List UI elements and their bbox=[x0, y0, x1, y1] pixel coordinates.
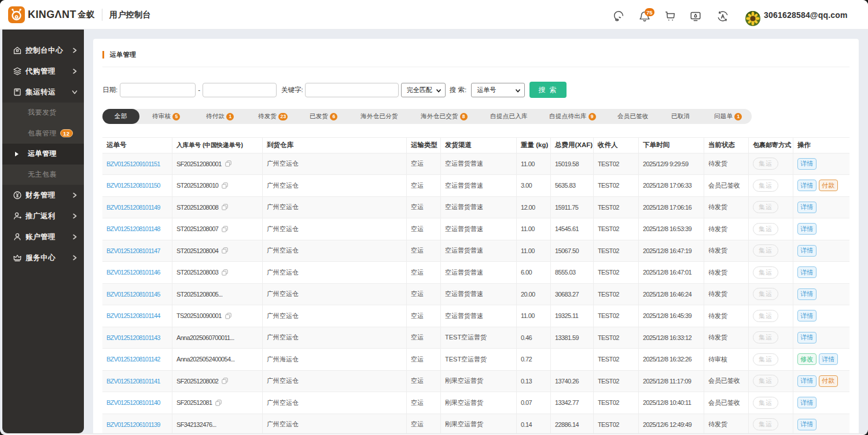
mail-method-button[interactable]: 集运 bbox=[753, 244, 778, 257]
channel-cell: 空运普货普速 bbox=[441, 218, 517, 240]
column-header-2: 到货仓库 bbox=[263, 138, 407, 153]
tab-7[interactable]: 自提点已入库 bbox=[490, 109, 528, 124]
copy-icon[interactable] bbox=[225, 313, 231, 319]
tab-9[interactable]: 会员已签收 bbox=[617, 109, 649, 124]
language-icon[interactable] bbox=[716, 10, 729, 23]
tab-11[interactable]: 问题单1 bbox=[714, 109, 742, 124]
detail-button[interactable]: 详情 bbox=[797, 202, 816, 213]
chevron-right-icon bbox=[72, 192, 78, 198]
mail-method-button[interactable]: 集运 bbox=[753, 288, 778, 300]
sidebar-subitem-1[interactable]: 包裹管理12 bbox=[2, 123, 84, 144]
detail-button[interactable]: 详情 bbox=[797, 397, 816, 408]
search-button[interactable]: 搜 索 bbox=[529, 82, 567, 98]
match-type-select[interactable]: 完全匹配 bbox=[401, 83, 446, 97]
tab-1[interactable]: 待审核5 bbox=[152, 109, 180, 124]
waybill-link[interactable]: BZV01251208101148 bbox=[106, 225, 160, 232]
copy-icon[interactable] bbox=[222, 269, 228, 276]
search-by-select[interactable]: 运单号 bbox=[471, 83, 525, 97]
mail-method-button[interactable]: 集运 bbox=[753, 331, 778, 343]
tab-10[interactable]: 已取消 bbox=[671, 109, 690, 124]
date-to-input[interactable] bbox=[203, 83, 277, 97]
copy-icon[interactable] bbox=[222, 182, 228, 189]
tab-0-active[interactable]: 全部 bbox=[102, 109, 139, 124]
sidebar-item-3[interactable]: 财务管理 bbox=[2, 185, 84, 206]
mail-method-button[interactable]: 集运 bbox=[753, 375, 778, 387]
copy-icon[interactable] bbox=[225, 160, 231, 167]
receiver-cell: TEST02 bbox=[594, 349, 639, 370]
sidebar-item-2[interactable]: 集运转运 bbox=[2, 82, 84, 103]
tab-4[interactable]: 已发货6 bbox=[310, 109, 337, 124]
user-email[interactable]: 3061628584@qq.com bbox=[764, 0, 848, 30]
tab-8[interactable]: 自提点待出库9 bbox=[549, 109, 596, 124]
waybill-link[interactable]: BZV01251208101144 bbox=[106, 312, 160, 319]
pay-button[interactable]: 付款 bbox=[819, 180, 838, 191]
mail-method-button[interactable]: 集运 bbox=[753, 353, 778, 365]
mail-method-button[interactable]: 集运 bbox=[753, 201, 778, 213]
mail-method-button[interactable]: 集运 bbox=[753, 397, 778, 409]
tab-5[interactable]: 海外仓已分货 bbox=[361, 109, 398, 124]
avatar[interactable] bbox=[745, 11, 760, 26]
mail-method-button[interactable]: 集运 bbox=[753, 158, 778, 170]
sidebar-subitem-2[interactable]: 运单管理 bbox=[2, 144, 84, 165]
waybill-link[interactable]: BZV01251208101149 bbox=[106, 204, 160, 211]
sidebar-item-label: 账户管理 bbox=[25, 232, 56, 242]
sidebar-subitem-0[interactable]: 我要发货 bbox=[2, 103, 84, 123]
status-cell: 待发货 bbox=[704, 414, 749, 435]
detail-button[interactable]: 详情 bbox=[819, 353, 838, 365]
status-cell: 待发货 bbox=[704, 153, 749, 175]
transfer-icon bbox=[13, 87, 22, 97]
detail-button[interactable]: 详情 bbox=[797, 332, 816, 343]
sidebar-item-1[interactable]: 代购管理 bbox=[2, 61, 84, 82]
edit-button[interactable]: 修改 bbox=[797, 353, 816, 365]
chevron-right-icon bbox=[72, 213, 78, 219]
waybill-link[interactable]: BZV01251209101151 bbox=[106, 160, 160, 167]
waybill-link[interactable]: BZV01251208101140 bbox=[106, 399, 160, 406]
mail-method-button[interactable]: 集运 bbox=[753, 418, 778, 430]
order-time-cell: 2025/12/8 16:53:39 bbox=[639, 218, 704, 240]
waybill-link[interactable]: BZV01251208101145 bbox=[106, 291, 160, 298]
detail-button[interactable]: 详情 bbox=[797, 245, 816, 257]
waybill-link[interactable]: BZV01251208101147 bbox=[106, 247, 160, 254]
waybill-link[interactable]: BZV01251206101139 bbox=[106, 421, 160, 428]
waybill-link[interactable]: BZV01251208101146 bbox=[106, 269, 160, 276]
copy-icon[interactable] bbox=[222, 378, 228, 384]
copy-icon[interactable] bbox=[215, 400, 222, 406]
copy-icon[interactable] bbox=[222, 204, 228, 210]
copy-icon[interactable] bbox=[222, 226, 228, 232]
detail-button[interactable]: 详情 bbox=[797, 375, 816, 387]
brand-logo[interactable] bbox=[8, 6, 25, 23]
tab-6[interactable]: 海外仓已交货8 bbox=[421, 109, 468, 124]
keyword-input[interactable] bbox=[305, 83, 399, 97]
waybill-link[interactable]: BZV01251208101150 bbox=[106, 182, 160, 189]
detail-button[interactable]: 详情 bbox=[797, 223, 816, 235]
mail-method-button[interactable]: 集运 bbox=[753, 180, 778, 192]
cart-icon[interactable] bbox=[664, 10, 676, 23]
waybill-link[interactable]: BZV01251208101142 bbox=[106, 356, 160, 363]
sidebar-item-5[interactable]: 账户管理 bbox=[2, 226, 84, 247]
date-from-input[interactable] bbox=[120, 83, 196, 97]
detail-button[interactable]: 详情 bbox=[797, 419, 816, 430]
monitor-icon[interactable] bbox=[689, 10, 702, 23]
sidebar-subitem-3[interactable]: 无主包裹 bbox=[2, 165, 84, 185]
pay-button[interactable]: 付款 bbox=[819, 375, 838, 387]
mail-method-button[interactable]: 集运 bbox=[753, 310, 778, 322]
mail-method-cell: 集运 bbox=[749, 218, 793, 240]
detail-button[interactable]: 详情 bbox=[797, 158, 816, 170]
customer-service-icon[interactable] bbox=[612, 10, 625, 23]
sidebar-item-4[interactable]: 推广返利 bbox=[2, 206, 84, 226]
copy-icon[interactable] bbox=[222, 247, 228, 254]
detail-button[interactable]: 详情 bbox=[797, 310, 816, 321]
sidebar-item-6[interactable]: 服务中心 bbox=[2, 247, 84, 268]
tab-3[interactable]: 待发货23 bbox=[258, 109, 288, 124]
mail-method-button[interactable]: 集运 bbox=[753, 223, 778, 235]
waybill-link[interactable]: BZV01251208101141 bbox=[106, 378, 160, 385]
detail-button[interactable]: 详情 bbox=[797, 288, 816, 300]
tab-2[interactable]: 待付款1 bbox=[206, 109, 234, 124]
warehouse-cell: 广州空运仓 bbox=[263, 305, 407, 327]
detail-button[interactable]: 详情 bbox=[797, 180, 816, 191]
sidebar-item-0[interactable]: 控制台中心 bbox=[2, 40, 84, 61]
order-time-cell: 2025/12/8 16:47:19 bbox=[639, 240, 704, 262]
mail-method-button[interactable]: 集运 bbox=[753, 266, 778, 279]
waybill-link[interactable]: BZV01251208101143 bbox=[106, 334, 160, 341]
detail-button[interactable]: 详情 bbox=[797, 266, 816, 278]
